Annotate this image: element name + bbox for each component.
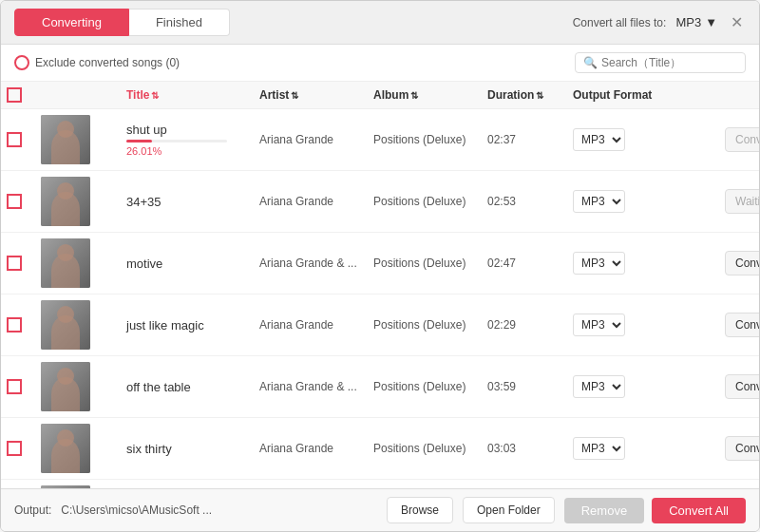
artist-cell-6: Ariana Grande <box>259 442 373 455</box>
format-select-5[interactable]: MP3 <box>573 375 625 398</box>
col-title-cell-4: just like magic <box>126 318 259 332</box>
duration-cell-6: 03:03 <box>487 442 573 455</box>
output-format-cell-5: MP3 <box>573 375 725 398</box>
footer: Output: C:\Users\micso\AMusicSoft ... Br… <box>1 488 759 531</box>
col-title-cell-6: six thirty <box>126 442 259 456</box>
sort-duration-icon: ⇅ <box>536 90 543 101</box>
convert-btn-6[interactable]: Convert <box>725 436 759 461</box>
col-album-header[interactable]: Album⇅ <box>373 88 487 102</box>
row-checkbox-6[interactable] <box>7 441 41 456</box>
format-header-value: MP3 <box>675 15 701 29</box>
output-format-cell-6: MP3 <box>573 437 725 460</box>
row-checkbox-4[interactable] <box>7 317 41 332</box>
song-title-3: motive <box>126 256 252 271</box>
header-right: Convert all files to: MP3 ▼ ✕ <box>573 13 746 32</box>
col-title-cell-1: shut up 26.01% <box>126 123 259 157</box>
song-title-1: shut up <box>126 123 252 137</box>
action-cell-3: Convert ✕ <box>725 251 759 276</box>
progress-bar-1 <box>126 140 227 142</box>
convert-btn-4[interactable]: Convert <box>725 313 759 337</box>
output-format-cell-2: MP3 <box>573 190 725 213</box>
convert-all-label: Convert all files to: <box>573 16 667 29</box>
remove-button[interactable]: Remove <box>564 498 644 523</box>
row-checkbox-2[interactable] <box>7 194 41 209</box>
convert-btn-5[interactable]: Convert <box>725 374 759 399</box>
search-input[interactable] <box>601 56 737 69</box>
duration-cell-3: 02:47 <box>487 256 573 270</box>
filter-bar: Exclude converted songs (0) 🔍 <box>1 45 759 82</box>
row-thumb-6 <box>41 424 90 473</box>
table-header: Title⇅ Artist⇅ Album⇅ Duration⇅ Output F… <box>1 82 759 109</box>
col-output-header: Output Format <box>573 88 725 102</box>
format-select-6[interactable]: MP3 <box>573 437 625 460</box>
row-thumb-4 <box>41 300 90 350</box>
output-path: C:\Users\micso\AMusicSoft ... <box>61 504 377 517</box>
col-artist-header[interactable]: Artist⇅ <box>259 88 373 102</box>
convert-all-button[interactable]: Convert All <box>652 498 746 523</box>
action-cell-6: Convert ✕ <box>725 436 759 461</box>
song-title-2: 34+35 <box>126 195 252 209</box>
output-label: Output: <box>14 504 51 517</box>
open-folder-button[interactable]: Open Folder <box>463 497 555 523</box>
row-thumb-1 <box>41 115 90 164</box>
format-select-1[interactable]: MP3 <box>573 128 625 151</box>
format-select-3[interactable]: MP3 <box>573 252 625 275</box>
exclude-label: Exclude converted songs (0) <box>35 56 180 69</box>
table-row: motive Ariana Grande & ... Positions (De… <box>1 233 759 294</box>
album-cell-4: Positions (Deluxe) <box>373 318 487 332</box>
format-select-4[interactable]: MP3 <box>573 314 625 336</box>
song-title-6: six thirty <box>126 442 252 456</box>
col-duration-header[interactable]: Duration⇅ <box>487 88 573 102</box>
action-cell-2: Waiting... ✕ <box>725 189 759 214</box>
artist-cell-5: Ariana Grande & ... <box>259 380 373 393</box>
progress-text-1: 26.01% <box>126 145 252 157</box>
search-box: 🔍 <box>575 52 746 73</box>
table-row: just like magic Ariana Grande Positions … <box>1 294 759 356</box>
convert-btn-3[interactable]: Convert <box>725 251 759 276</box>
browse-button[interactable]: Browse <box>387 497 453 523</box>
row-thumb-3 <box>41 238 90 288</box>
header-tabs: Converting Finished <box>14 9 230 36</box>
row-thumb-5 <box>41 362 90 411</box>
table-row: six thirty Ariana Grande Positions (Delu… <box>1 418 759 480</box>
close-button[interactable]: ✕ <box>727 13 746 32</box>
artist-cell-2: Ariana Grande <box>259 195 373 208</box>
duration-cell-4: 02:29 <box>487 318 573 332</box>
output-format-cell-1: MP3 <box>573 128 725 151</box>
artist-cell-1: Ariana Grande <box>259 133 373 146</box>
table-row: shut up 26.01% Ariana Grande Positions (… <box>1 109 759 171</box>
col-title-header[interactable]: Title⇅ <box>126 88 259 102</box>
col-title-cell-3: motive <box>126 256 259 271</box>
app-window: Converting Finished Convert all files to… <box>0 0 760 532</box>
table-row: off the table Ariana Grande & ... Positi… <box>1 356 759 418</box>
tab-finished[interactable]: Finished <box>129 9 230 36</box>
action-cell-1: Converting ✕ <box>725 127 759 152</box>
exclude-checkbox[interactable] <box>14 55 29 70</box>
col-title-cell-2: 34+35 <box>126 195 259 209</box>
artist-cell-4: Ariana Grande <box>259 318 373 332</box>
duration-cell-5: 03:59 <box>487 380 573 393</box>
convert-btn-2[interactable]: Waiting... <box>725 189 759 214</box>
duration-cell-2: 02:53 <box>487 195 573 208</box>
format-select-2[interactable]: MP3 <box>573 190 625 213</box>
tab-converting[interactable]: Converting <box>14 9 129 36</box>
row-checkbox-5[interactable] <box>7 379 41 394</box>
output-format-cell-3: MP3 <box>573 252 725 275</box>
exclude-check[interactable]: Exclude converted songs (0) <box>14 55 180 70</box>
row-checkbox-3[interactable] <box>7 256 41 271</box>
row-checkbox-1[interactable] <box>7 132 41 147</box>
col-title-cell-5: off the table <box>126 380 259 394</box>
action-cell-5: Convert ✕ <box>725 374 759 399</box>
col-checkbox-header[interactable] <box>7 87 41 103</box>
sort-album-icon: ⇅ <box>410 90 418 101</box>
artist-cell-3: Ariana Grande & ... <box>259 256 373 270</box>
row-thumb-7 <box>41 485 90 488</box>
format-select-header[interactable]: MP3 ▼ <box>675 15 717 29</box>
duration-cell-1: 02:37 <box>487 133 573 146</box>
album-cell-3: Positions (Deluxe) <box>373 256 487 270</box>
chevron-down-icon: ▼ <box>705 15 717 29</box>
convert-btn-1[interactable]: Converting <box>725 127 759 152</box>
song-title-4: just like magic <box>126 318 252 332</box>
table-body: shut up 26.01% Ariana Grande Positions (… <box>1 109 759 488</box>
sort-artist-icon: ⇅ <box>291 90 298 101</box>
